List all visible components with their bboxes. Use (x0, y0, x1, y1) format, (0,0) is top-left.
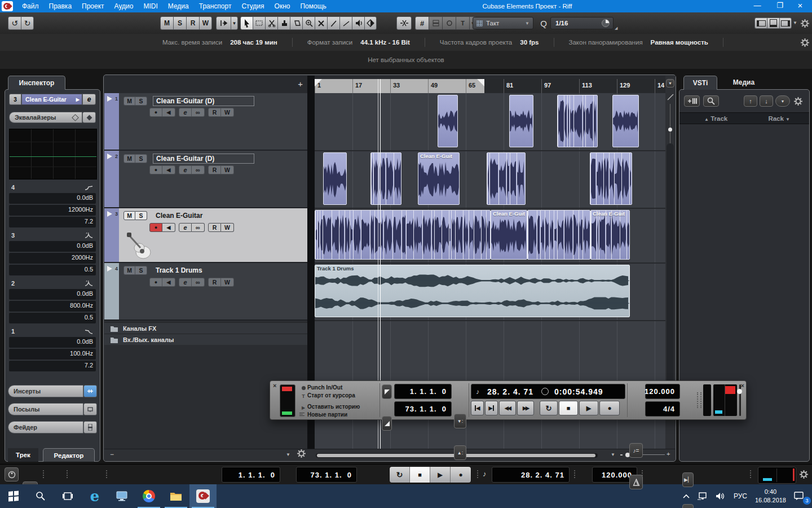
edge-icon[interactable]: e (81, 484, 108, 508)
inspector-section-header[interactable]: Инсерты (8, 385, 83, 397)
left-locator-display[interactable]: 1. 1. 1. 0 (394, 384, 452, 399)
eq-freq-field[interactable]: 2000Hz (9, 253, 96, 264)
transport-option-1[interactable]: TСтарт от курсора (299, 391, 379, 399)
file-explorer-icon[interactable] (162, 484, 189, 508)
lower-right-locator-display[interactable]: 73. 1. 1. 0 (296, 467, 357, 483)
inspector-bottom-tab-editor[interactable]: Редактор (43, 448, 95, 462)
rack-settings-gear-icon[interactable] (792, 95, 804, 107)
track-mute-button[interactable]: M (123, 266, 135, 275)
add-track-plus-icon[interactable]: + (298, 79, 303, 89)
read-automation-button[interactable]: R (208, 165, 221, 174)
color-tool-icon[interactable] (364, 16, 377, 30)
audio-event[interactable] (527, 210, 590, 260)
audio-event[interactable]: Clean E-Guit (491, 210, 527, 260)
audio-event[interactable] (370, 152, 401, 205)
forward-icon[interactable]: ▶▶ (517, 401, 534, 415)
snap-cursor-icon[interactable]: T (456, 16, 469, 30)
chrome-icon[interactable] (135, 484, 162, 508)
eq-freq-field[interactable]: 100.0Hz (9, 349, 96, 360)
quantize-combo[interactable]: 1/16 (550, 17, 614, 29)
monitor-button[interactable]: ◀ (162, 108, 175, 117)
layout-dropdown-icon[interactable]: ▼ (793, 20, 797, 25)
global-s-button[interactable]: S (173, 16, 186, 30)
project-zoom-gear-icon[interactable] (297, 449, 306, 458)
track-scale-dropdown-icon[interactable]: ▼ (286, 452, 290, 457)
audio-event[interactable] (438, 95, 458, 147)
line-tool-icon[interactable] (339, 16, 352, 30)
channel-link-button[interactable]: ∞ (192, 223, 205, 232)
track-color-strip[interactable]: 2 (104, 151, 119, 207)
volume-icon[interactable] (712, 484, 730, 508)
write-automation-button[interactable]: W (221, 108, 234, 117)
monitor-button[interactable]: ◀ (162, 223, 175, 232)
section-state-button[interactable] (83, 421, 97, 433)
audio-event[interactable] (323, 152, 347, 205)
eq-gain-field[interactable]: 0.0dB (9, 193, 96, 204)
tempo-display[interactable]: 120.000 (645, 384, 680, 399)
add-instrument-icon[interactable] (684, 95, 700, 107)
position-time-display[interactable]: ♪ 28. 2. 4. 71 0:00:54.949 (471, 384, 625, 399)
undo-icon[interactable]: ↺ (8, 16, 21, 30)
move-down-icon[interactable]: ↓ (760, 95, 773, 107)
zoom-tool-icon[interactable] (302, 16, 315, 30)
menu-item-2[interactable]: Проект (77, 2, 109, 10)
inspector-section-header[interactable]: Посылы (8, 403, 83, 415)
track-solo-button[interactable]: S (135, 97, 147, 106)
snap-grid-relative-icon[interactable] (429, 16, 442, 30)
inspector-bottom-tab-track[interactable]: Трек (8, 448, 38, 462)
goto-end-icon[interactable]: ▶ (485, 401, 498, 415)
track-number-badge[interactable]: 3 (9, 94, 21, 105)
lower-record-icon[interactable]: ● (451, 467, 471, 483)
start-button[interactable] (0, 484, 27, 508)
goto-start-icon[interactable]: ◀ (471, 401, 484, 415)
restore-button[interactable]: ❐ (770, 0, 789, 12)
eq-freq-field[interactable]: 12000Hz (9, 205, 96, 216)
language-indicator[interactable]: РУС (730, 484, 751, 508)
punch-out-toggle-icon[interactable]: ▲: (454, 445, 466, 460)
edit-channel-button[interactable]: e (179, 223, 192, 232)
right-locator-flag-icon[interactable] (477, 79, 484, 86)
minimize-button[interactable]: — (748, 0, 767, 12)
audio-event[interactable] (612, 95, 639, 147)
record-enable-button[interactable]: ● (149, 108, 162, 117)
lower-left-locator-display[interactable]: 1. 1. 1. 0 (222, 467, 280, 483)
track-mute-button[interactable]: M (123, 97, 135, 106)
menu-item-0[interactable]: Файл (17, 2, 44, 10)
channel-link-button[interactable]: ∞ (192, 165, 205, 174)
rack-tab-vsti[interactable]: VSTi (683, 76, 717, 90)
menu-item-5[interactable]: Медиа (163, 2, 194, 10)
tempo-track-toggle-icon[interactable]: ♪= (629, 443, 643, 458)
inspector-track-name[interactable]: Clean E-Guitar ▶ (21, 94, 82, 105)
vertical-zoom-handle[interactable] (668, 128, 672, 132)
track-name[interactable]: Clean E-Guitar (153, 211, 205, 220)
read-automation-button[interactable]: R (208, 108, 221, 117)
section-state-button[interactable] (83, 403, 97, 415)
object-selection-tool-icon[interactable] (240, 16, 253, 30)
rewind-icon[interactable]: ◀◀ (499, 401, 516, 415)
ruler-options-dropdown-icon[interactable]: ▼ (666, 79, 674, 87)
channel-link-button[interactable]: ∞ (192, 278, 205, 287)
section-state-button[interactable] (83, 385, 97, 397)
audio-event[interactable]: Track 1 Drums (315, 265, 630, 317)
rack-tab-media[interactable]: Медиа (724, 76, 764, 90)
zoom-preset-dropdown-icon[interactable]: ▼ (611, 452, 615, 457)
track-solo-button[interactable]: S (135, 266, 147, 275)
record-enable-button[interactable]: ● (149, 165, 162, 174)
track-mute-button[interactable]: M (123, 154, 135, 163)
grid-icon[interactable]: # (415, 16, 429, 30)
collapse-all-icon[interactable]: ▼ (775, 95, 790, 107)
mute-tool-icon[interactable] (315, 16, 327, 30)
timeline-ruler[interactable]: 117334965819711312914 (315, 79, 665, 93)
track-name[interactable]: Track 1 Drums (153, 266, 205, 275)
eq-peak-icon[interactable] (85, 233, 94, 239)
menu-item-6[interactable]: Транспорт (194, 2, 237, 10)
menu-item-7[interactable]: Студия (236, 2, 269, 10)
autoscroll-dropdown-icon[interactable]: ▼ (231, 16, 238, 30)
track-mute-button[interactable]: M (123, 211, 135, 220)
erase-tool-icon[interactable] (290, 16, 302, 30)
play-icon[interactable]: ▶ (579, 401, 598, 415)
eq-low-shelf-icon[interactable] (85, 329, 94, 335)
lower-stop-icon[interactable]: ■ (410, 467, 430, 483)
audio-event[interactable] (509, 95, 533, 147)
track-solo-button[interactable]: S (135, 211, 147, 220)
